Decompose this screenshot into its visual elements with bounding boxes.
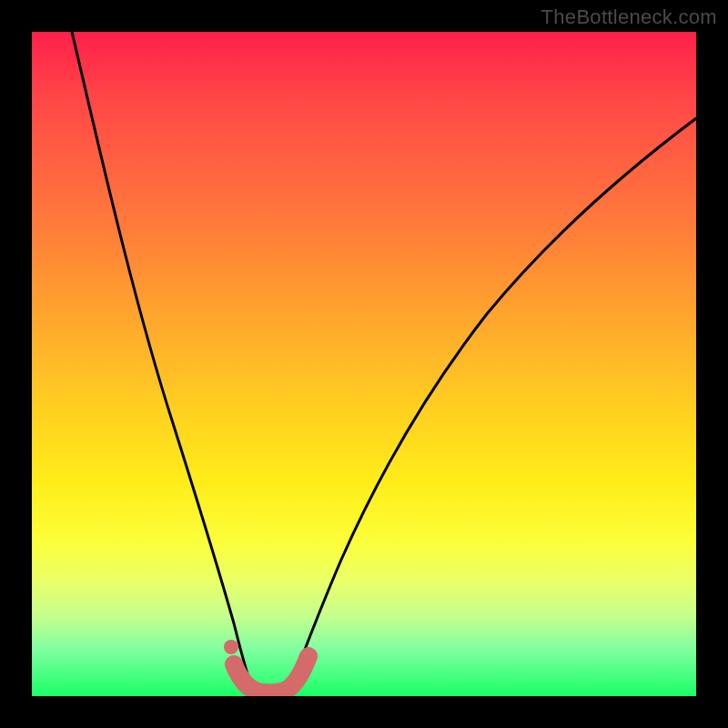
highlight-dot: [224, 640, 238, 654]
curve-left-branch: [72, 32, 254, 693]
chart-frame: TheBottleneck.com: [0, 0, 728, 728]
curve-right-branch: [288, 118, 696, 693]
curve-layer: [32, 32, 696, 696]
plot-area: [32, 32, 696, 696]
watermark-text: TheBottleneck.com: [541, 5, 717, 29]
